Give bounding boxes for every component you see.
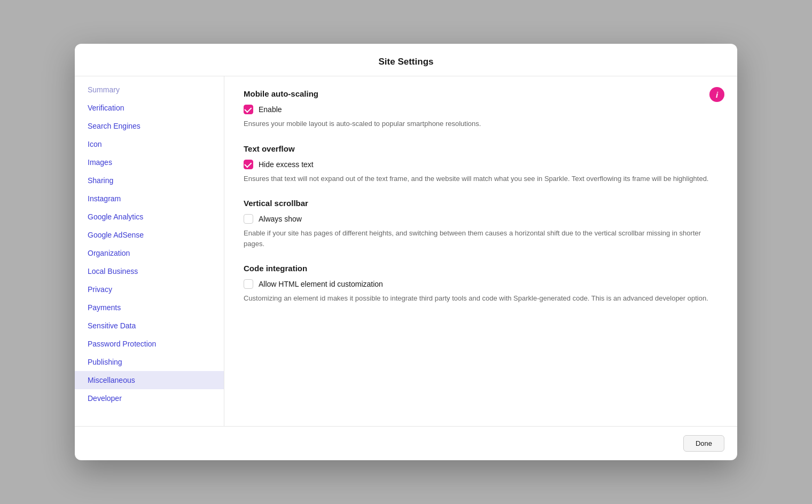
sidebar-item-miscellaneous[interactable]: Miscellaneous (75, 371, 224, 389)
section-title-scrollbar: Vertical scrollbar (244, 199, 718, 208)
sidebar-item-summary[interactable]: Summary (75, 81, 224, 99)
info-button[interactable]: i (709, 87, 724, 102)
checkbox-row-allow-html: Allow HTML element id customization (244, 279, 718, 289)
sidebar-item-google-adsense[interactable]: Google AdSense (75, 226, 224, 244)
modal-header: Site Settings (75, 44, 737, 76)
mobile-description: Ensures your mobile layout is auto-scale… (244, 119, 718, 129)
section-title-mobile: Mobile auto-scaling (244, 89, 718, 98)
always-show-label[interactable]: Always show (259, 215, 302, 223)
text-overflow-description: Ensures that text will not expand out of… (244, 174, 718, 184)
sidebar-item-sharing[interactable]: Sharing (75, 171, 224, 190)
sidebar-item-verification[interactable]: Verification (75, 99, 224, 117)
sidebar-item-google-analytics[interactable]: Google Analytics (75, 208, 224, 226)
checkbox-row-always-show: Always show (244, 214, 718, 224)
modal-body: SummaryVerificationSearch EnginesIconIma… (75, 76, 737, 426)
allow-html-checkbox-wrapper[interactable] (244, 279, 253, 289)
enable-mobile-label[interactable]: Enable (259, 105, 282, 114)
main-content: i Mobile auto-scaling Enable Ensures you… (224, 76, 737, 426)
sidebar-item-publishing[interactable]: Publishing (75, 353, 224, 371)
scrollbar-description: Enable if your site has pages of differe… (244, 228, 718, 249)
always-show-checkbox-wrapper[interactable] (244, 214, 253, 224)
sidebar: SummaryVerificationSearch EnginesIconIma… (75, 76, 224, 426)
modal-footer: Done (75, 426, 737, 460)
hide-excess-checkbox-wrapper[interactable] (244, 160, 253, 169)
checkbox-row-hide-excess: Hide excess text (244, 160, 718, 169)
section-mobile-auto-scaling: Mobile auto-scaling Enable Ensures your … (244, 89, 718, 129)
section-text-overflow: Text overflow Hide excess text Ensures t… (244, 144, 718, 184)
enable-checkbox-wrapper[interactable] (244, 105, 253, 114)
sidebar-item-developer[interactable]: Developer (75, 389, 224, 407)
allow-html-label[interactable]: Allow HTML element id customization (259, 280, 383, 288)
sidebar-item-organization[interactable]: Organization (75, 244, 224, 262)
checkbox-row-enable: Enable (244, 105, 718, 114)
sidebar-item-privacy[interactable]: Privacy (75, 280, 224, 298)
sidebar-item-images[interactable]: Images (75, 153, 224, 171)
done-button[interactable]: Done (683, 435, 724, 452)
sidebar-item-password-protection[interactable]: Password Protection (75, 335, 224, 353)
sidebar-item-icon[interactable]: Icon (75, 135, 224, 153)
sidebar-item-instagram[interactable]: Instagram (75, 190, 224, 208)
section-code-integration: Code integration Allow HTML element id c… (244, 264, 718, 304)
section-title-code: Code integration (244, 264, 718, 273)
site-settings-modal: Site Settings SummaryVerificationSearch … (75, 44, 737, 460)
modal-title: Site Settings (379, 57, 434, 67)
sidebar-item-payments[interactable]: Payments (75, 298, 224, 317)
sidebar-item-sensitive-data[interactable]: Sensitive Data (75, 317, 224, 335)
code-integration-description: Customizing an element id makes it possi… (244, 293, 718, 304)
sidebar-item-local-business[interactable]: Local Business (75, 262, 224, 280)
section-vertical-scrollbar: Vertical scrollbar Always show Enable if… (244, 199, 718, 249)
section-title-text-overflow: Text overflow (244, 144, 718, 153)
sidebar-item-search-engines[interactable]: Search Engines (75, 117, 224, 135)
hide-excess-label[interactable]: Hide excess text (259, 160, 314, 169)
